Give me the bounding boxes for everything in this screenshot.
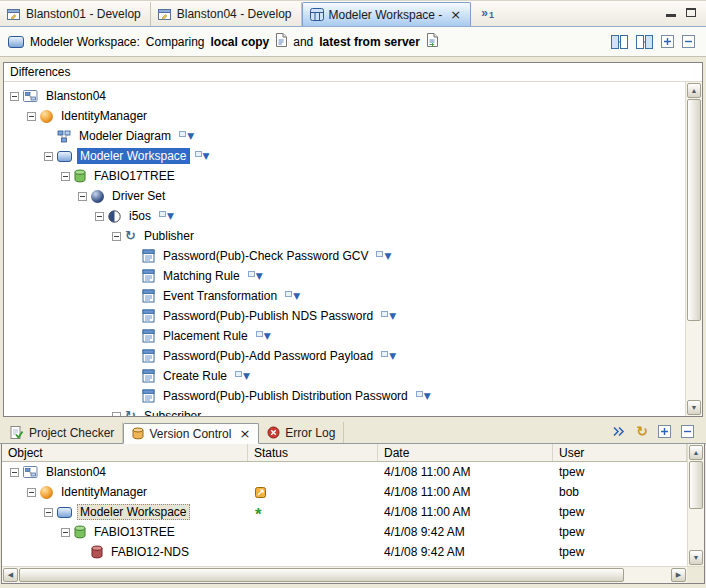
workspace-icon <box>57 151 72 162</box>
close-tab-icon[interactable]: × <box>239 428 250 440</box>
scrollbar-track[interactable] <box>689 461 703 549</box>
table-scrollbar[interactable]: ▲ ▼ <box>687 444 704 566</box>
column-header-status[interactable]: Status <box>248 444 378 461</box>
scroll-right-icon[interactable]: ▶ <box>671 568 686 582</box>
user-cell: tpew <box>553 502 687 522</box>
local-copy-label: local copy <box>211 35 270 49</box>
scrollbar-thumb[interactable] <box>687 99 701 321</box>
collapse-expander-icon[interactable] <box>112 232 121 241</box>
incoming-change-icon: ▼ <box>179 130 194 143</box>
object-label: IdentityManager <box>58 484 150 500</box>
treedb-icon <box>74 169 86 183</box>
column-header-date[interactable]: Date <box>378 444 553 461</box>
tree-item-label: FABIO17TREE <box>91 168 178 184</box>
tree-item[interactable]: Password(Pub)-Publish NDS Password▼ <box>4 306 685 326</box>
collapse-all-icon[interactable] <box>682 35 695 48</box>
bottom-tab[interactable]: Version Control× <box>123 423 259 444</box>
collapse-expander-icon[interactable] <box>95 212 104 221</box>
policy-icon <box>142 349 155 363</box>
collapse-all-icon[interactable] <box>681 425 694 438</box>
collapse-expander-icon[interactable] <box>44 508 53 517</box>
incoming-change-icon: ▼ <box>159 210 174 223</box>
tree-item[interactable]: ↻Publisher <box>4 226 685 246</box>
date-cell: 4/1/08 11:00 AM <box>378 462 553 482</box>
reddb-icon <box>91 545 103 559</box>
bottom-toolbar: ↻ <box>612 424 706 443</box>
horizontal-scrollbar[interactable]: ◀ ▶ <box>2 566 704 583</box>
modeler-workspace-icon <box>8 36 24 48</box>
tree-item[interactable]: Event Transformation▼ <box>4 286 685 306</box>
editor-tab[interactable]: Modeler Workspace -× <box>302 2 472 26</box>
incoming-change-icon: ▼ <box>248 270 263 283</box>
tree-item[interactable]: i5os▼ <box>4 206 685 226</box>
object-cell: IdentityManager <box>2 482 248 502</box>
bottom-tab-label: Error Log <box>285 426 335 440</box>
tree-item[interactable]: FABIO17TREE <box>4 166 685 186</box>
bottom-tab[interactable]: Error Log <box>259 422 344 443</box>
tree-item-label: Password(Pub)-Add Password Payload <box>160 348 376 364</box>
tree-item-label: Driver Set <box>109 188 168 204</box>
tree-item[interactable]: Modeler Diagram▼ <box>4 126 685 146</box>
scrollbar-track[interactable] <box>19 568 670 582</box>
editor-tab[interactable]: Blanston01 - Develop <box>0 2 151 26</box>
collapse-expander-icon[interactable] <box>112 412 121 417</box>
user-cell: tpew <box>553 522 687 542</box>
refresh-icon[interactable]: ↻ <box>636 424 648 438</box>
synchronize-icon[interactable] <box>612 425 626 438</box>
close-tab-icon[interactable]: × <box>450 9 461 21</box>
minimize-icon[interactable] <box>666 7 676 17</box>
table-row[interactable]: FABIO13TREE4/1/08 9:42 AMtpew <box>2 522 687 542</box>
column-header-user[interactable]: User <box>553 444 687 461</box>
collapse-expander-icon[interactable] <box>78 192 87 201</box>
object-label: FABIO13TREE <box>91 524 178 540</box>
tree-item[interactable]: Driver Set <box>4 186 685 206</box>
tree-item-label: Publisher <box>141 228 197 244</box>
editor-tab-label: Modeler Workspace - <box>329 8 443 22</box>
editor-tab[interactable]: Blanston04 - Develop <box>151 2 302 26</box>
tree-item[interactable]: Matching Rule▼ <box>4 266 685 286</box>
scrollbar-thumb[interactable] <box>689 461 703 509</box>
treedb-icon <box>74 525 86 539</box>
tree-item[interactable]: Modeler Workspace▼ <box>4 146 685 166</box>
and-label: and <box>293 35 313 49</box>
scrollbar-track[interactable] <box>687 99 701 399</box>
compare-panes-alt-icon[interactable] <box>636 35 653 49</box>
scroll-left-icon[interactable]: ◀ <box>3 568 18 582</box>
scroll-down-icon[interactable]: ▼ <box>687 400 701 415</box>
tree-item[interactable]: Placement Rule▼ <box>4 326 685 346</box>
maximize-icon[interactable] <box>686 8 696 17</box>
collapse-expander-icon[interactable] <box>10 92 19 101</box>
collapse-expander-icon[interactable] <box>61 172 70 181</box>
compare-panes-icon[interactable] <box>611 35 628 49</box>
collapse-expander-icon[interactable] <box>10 468 19 477</box>
version-control-table-body: Blanston044/1/08 11:00 AMtpewIdentityMan… <box>2 462 687 566</box>
scrollbar-thumb[interactable] <box>19 568 624 582</box>
tree-item[interactable]: Password(Pub)-Publish Distribution Passw… <box>4 386 685 406</box>
table-row[interactable]: Modeler Workspace*4/1/08 11:00 AMtpew <box>2 502 687 522</box>
collapse-expander-icon[interactable] <box>27 488 36 497</box>
collapse-expander-icon[interactable] <box>44 152 53 161</box>
differences-scrollbar[interactable]: ▲ ▼ <box>685 82 702 416</box>
tree-item[interactable]: Blanston04 <box>4 86 685 106</box>
scroll-down-icon[interactable]: ▼ <box>689 550 703 565</box>
object-cell: FABIO12-NDS <box>2 542 248 562</box>
collapse-expander-icon[interactable] <box>27 112 36 121</box>
table-row[interactable]: FABIO12-NDS4/1/08 9:42 AMtpew <box>2 542 687 562</box>
expand-all-icon[interactable] <box>661 35 674 48</box>
tree-item[interactable]: Create Rule▼ <box>4 366 685 386</box>
expand-all-icon[interactable] <box>658 425 671 438</box>
tree-item[interactable]: Password(Pub)-Add Password Payload▼ <box>4 346 685 366</box>
bottom-tab[interactable]: Project Checker <box>2 422 123 443</box>
column-header-object[interactable]: Object <box>2 444 248 461</box>
date-cell: 4/1/08 9:42 AM <box>378 542 553 562</box>
tree-item[interactable]: ↻Subscriber <box>4 406 685 416</box>
scroll-up-icon[interactable]: ▲ <box>687 83 701 98</box>
collapse-expander-icon[interactable] <box>61 528 70 537</box>
table-row[interactable]: Blanston044/1/08 11:00 AMtpew <box>2 462 687 482</box>
tree-item[interactable]: Password(Pub)-Check Password GCV▼ <box>4 246 685 266</box>
scroll-up-icon[interactable]: ▲ <box>689 445 703 460</box>
tab-overflow-chevron[interactable]: »1 <box>481 6 494 20</box>
table-row[interactable]: IdentityManager4/1/08 11:00 AMbob <box>2 482 687 502</box>
scrollbar-corner <box>687 567 704 583</box>
tree-item[interactable]: IdentityManager <box>4 106 685 126</box>
